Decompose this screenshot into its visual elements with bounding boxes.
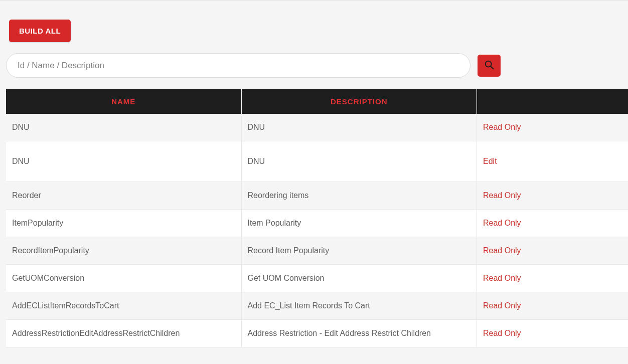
table-row: DNUDNUEdit xyxy=(6,141,628,182)
search-input[interactable] xyxy=(6,53,470,78)
cell-description: DNU xyxy=(242,141,478,182)
read-only-link[interactable]: Read Only xyxy=(483,123,521,131)
table-row: DNUDNURead Only xyxy=(6,114,628,141)
search-row xyxy=(0,47,628,89)
cell-action: Edit xyxy=(477,141,628,182)
cell-name: ItemPopularity xyxy=(6,210,242,237)
cell-action: Read Only xyxy=(477,210,628,237)
cell-description: Address Restriction - Edit Address Restr… xyxy=(242,320,478,347)
cell-action: Read Only xyxy=(477,292,628,320)
read-only-link[interactable]: Read Only xyxy=(483,301,521,310)
cell-name: DNU xyxy=(6,114,242,141)
cell-action: Read Only xyxy=(477,237,628,265)
column-header-description[interactable]: DESCRIPTION xyxy=(242,89,478,114)
cell-description: Get UOM Conversion xyxy=(242,265,478,292)
table-row: AddressRestrictionEditAddressRestrictChi… xyxy=(6,320,628,347)
svg-line-1 xyxy=(491,66,493,69)
search-icon xyxy=(484,59,495,72)
read-only-link[interactable]: Read Only xyxy=(483,246,521,255)
cell-name: GetUOMConversion xyxy=(6,265,242,292)
cell-description: Record Item Popularity xyxy=(242,237,478,265)
table-row: ReorderReordering itemsRead Only xyxy=(6,182,628,210)
cell-action: Read Only xyxy=(477,182,628,210)
table-row: ItemPopularityItem PopularityRead Only xyxy=(6,210,628,237)
data-table-wrap: NAME DESCRIPTION DNUDNURead OnlyDNUDNUEd… xyxy=(0,89,628,347)
table-row: GetUOMConversionGet UOM ConversionRead O… xyxy=(6,265,628,292)
cell-name: AddECListItemRecordsToCart xyxy=(6,292,242,320)
edit-link[interactable]: Edit xyxy=(483,157,497,165)
cell-name: DNU xyxy=(6,141,242,182)
read-only-link[interactable]: Read Only xyxy=(483,329,521,337)
build-all-button[interactable]: BUILD ALL xyxy=(9,20,71,42)
cell-description: Item Popularity xyxy=(242,210,478,237)
search-button[interactable] xyxy=(478,55,501,77)
cell-description: Reordering items xyxy=(242,182,478,210)
table-row: RecordItemPopularityRecord Item Populari… xyxy=(6,237,628,265)
cell-name: AddressRestrictionEditAddressRestrictChi… xyxy=(6,320,242,347)
cell-action: Read Only xyxy=(477,265,628,292)
table-header-row: NAME DESCRIPTION xyxy=(6,89,628,114)
read-only-link[interactable]: Read Only xyxy=(483,219,521,227)
column-header-action xyxy=(477,89,628,114)
cell-description: Add EC_List Item Records To Cart xyxy=(242,292,478,320)
column-header-name[interactable]: NAME xyxy=(6,89,242,114)
page-root: BUILD ALL NAME DESCRIPTION xyxy=(0,0,628,364)
cell-name: Reorder xyxy=(6,182,242,210)
cell-action: Read Only xyxy=(477,114,628,141)
table-row: AddECListItemRecordsToCartAdd EC_List It… xyxy=(6,292,628,320)
cell-description: DNU xyxy=(242,114,478,141)
read-only-link[interactable]: Read Only xyxy=(483,191,521,200)
cell-action: Read Only xyxy=(477,320,628,347)
data-table: NAME DESCRIPTION DNUDNURead OnlyDNUDNUEd… xyxy=(6,89,628,347)
cell-name: RecordItemPopularity xyxy=(6,237,242,265)
read-only-link[interactable]: Read Only xyxy=(483,274,521,282)
toolbar: BUILD ALL xyxy=(0,1,628,47)
